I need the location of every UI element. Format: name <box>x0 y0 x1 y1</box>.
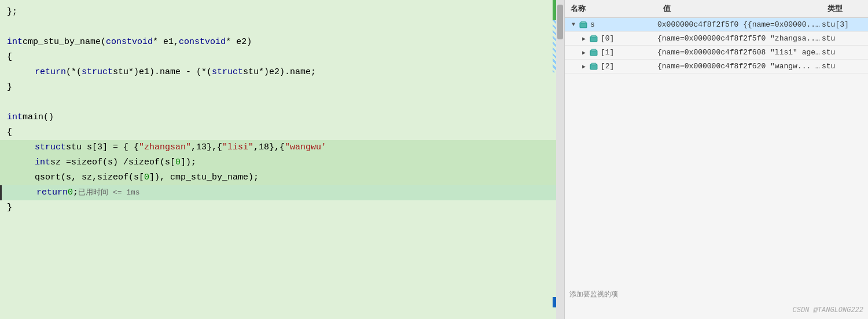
watch-type-row-s1: stu <box>822 48 868 57</box>
add-watch-item[interactable]: 添加要监视的项 <box>565 287 868 302</box>
watch-row-row-s2[interactable]: ▶ [2]{name=0x000000c4f8f2f620 "wangw... … <box>565 60 868 74</box>
expand-icon-row-s[interactable]: ▼ <box>569 21 578 29</box>
watch-value-row-s0: {name=0x000000c4f8f2f5f0 "zhangsa... stu <box>657 34 822 43</box>
watch-name-text-row-s0: [0] <box>601 34 614 43</box>
watch-header: 名称 值 类型 <box>565 0 868 18</box>
watermark: CSDN @TANGLONG222 <box>565 302 868 319</box>
svg-rect-6 <box>590 64 597 69</box>
code-line-l10: struct stu s[3] = { {"zhangsan",13},{"li… <box>0 140 564 155</box>
code-line-l7 <box>0 95 564 110</box>
watch-type-row-s: stu[3] <box>822 20 868 29</box>
code-panel: };int cmp_stu_by_name(const void* e1, co… <box>0 0 564 319</box>
svg-rect-1 <box>581 21 586 23</box>
code-line-l13: return 0; 已用时间 <= 1ms <box>0 185 564 200</box>
code-line-l9: { <box>0 125 564 140</box>
watch-name-row-s1: ▶ [1] <box>565 48 657 57</box>
svg-rect-4 <box>590 50 597 56</box>
code-line-l1: }; <box>0 5 564 20</box>
watch-type-header: 类型 <box>822 2 868 15</box>
code-line-l14: } <box>0 200 564 215</box>
code-scrollbar[interactable] <box>556 0 564 319</box>
svg-rect-3 <box>591 35 596 37</box>
watch-type-row-s0: stu <box>822 34 868 43</box>
watch-type-row-s2: stu <box>822 62 868 71</box>
watch-value-row-s1: {name=0x000000c4f8f2f608 "lisi" age... s… <box>657 48 822 57</box>
watch-name-row-s: ▼ s <box>565 20 657 30</box>
watch-row-row-s0[interactable]: ▶ [0]{name=0x000000c4f8f2f5f0 "zhangsa..… <box>565 32 868 46</box>
watch-panel: 名称 值 类型 ▼ s0x000000c4f8f2f5f0 {{name=0x0… <box>564 0 868 319</box>
watch-value-row-s2: {name=0x000000c4f8f2f620 "wangw... stu <box>657 62 822 71</box>
svg-rect-5 <box>591 49 596 51</box>
expand-icon-row-s1[interactable]: ▶ <box>580 49 588 57</box>
watch-row-row-s1[interactable]: ▶ [1]{name=0x000000c4f8f2f608 "lisi" age… <box>565 46 868 60</box>
watch-body: ▼ s0x000000c4f8f2f5f0 {{name=0x00000... … <box>565 18 868 287</box>
svg-rect-7 <box>591 63 596 65</box>
svg-rect-0 <box>580 23 587 28</box>
code-line-l12: qsort(s, sz, sizeof(s[0]), cmp_stu_by_na… <box>0 170 564 185</box>
watch-value-row-s: 0x000000c4f8f2f5f0 {{name=0x00000... stu… <box>657 20 822 29</box>
code-line-l5: return (*(struct stu*)e1).name - (*(stru… <box>0 65 564 80</box>
watch-name-text-row-s1: [1] <box>601 48 614 57</box>
code-line-l3: int cmp_stu_by_name(const void* e1, cons… <box>0 35 564 50</box>
svg-rect-2 <box>590 36 597 42</box>
code-line-l8: int main() <box>0 110 564 125</box>
watch-name-text-row-s2: [2] <box>601 62 614 71</box>
watch-name-text-row-s: s <box>590 20 595 29</box>
watch-name-row-s0: ▶ [0] <box>565 34 657 43</box>
object-icon-row-s <box>579 20 588 30</box>
object-icon-row-s2 <box>589 62 598 71</box>
watch-row-row-s[interactable]: ▼ s0x000000c4f8f2f5f0 {{name=0x00000... … <box>565 18 868 32</box>
expand-icon-row-s2[interactable]: ▶ <box>580 63 588 71</box>
watch-name-header: 名称 <box>565 2 657 15</box>
code-line-l6: } <box>0 80 564 95</box>
code-line-l2 <box>0 20 564 35</box>
expand-icon-row-s0[interactable]: ▶ <box>580 35 588 43</box>
object-icon-row-s0 <box>589 34 598 43</box>
scroll-thumb[interactable] <box>557 5 563 39</box>
code-line-l11: int sz = sizeof(s) / sizeof(s[0]); <box>0 155 564 170</box>
code-line-l4: { <box>0 50 564 65</box>
watch-name-row-s2: ▶ [2] <box>565 62 657 71</box>
watch-value-header: 值 <box>657 2 822 15</box>
object-icon-row-s1 <box>589 48 598 57</box>
